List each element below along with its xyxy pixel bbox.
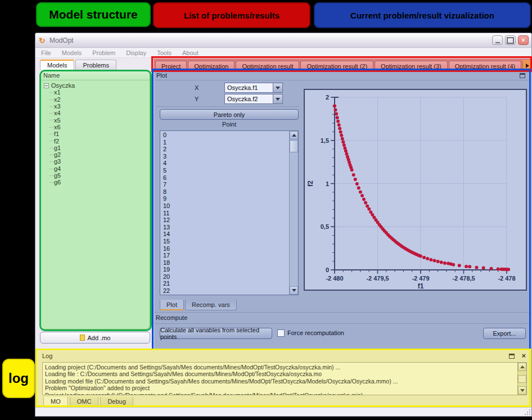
tree-item-g5[interactable]: g5 [44, 172, 150, 179]
doc-tab-optimization-result-2-[interactable]: Optimization result (2) [300, 61, 373, 72]
point-list-item[interactable]: 13 [163, 224, 288, 231]
point-list-item[interactable]: 10 [163, 202, 288, 210]
scatter-point[interactable] [490, 267, 493, 270]
menu-file[interactable]: File [41, 49, 51, 56]
scatter-point[interactable] [440, 261, 443, 264]
export-button[interactable]: Export... [483, 328, 526, 339]
doc-tab-optimization-result-3-[interactable]: Optimization result (3) [375, 61, 448, 72]
scroll-down-icon[interactable] [290, 286, 298, 295]
tab-problems[interactable]: Problems [75, 60, 116, 70]
scatter-point[interactable] [426, 257, 429, 260]
scatter-point[interactable] [345, 152, 348, 156]
scatter-point[interactable] [335, 112, 338, 116]
scatter-point[interactable] [419, 255, 422, 258]
menu-display[interactable]: Display [126, 49, 146, 56]
pareto-scatter-plot[interactable]: -2 480-2 479,5-2 479-2 478,5-2 47800,511… [304, 89, 527, 291]
tree-item-x6[interactable]: x6 [44, 124, 150, 130]
scatter-point[interactable] [343, 146, 346, 150]
scatter-point[interactable] [357, 186, 360, 189]
log-tab-debug[interactable]: Debug [100, 397, 133, 407]
scatter-point[interactable] [433, 259, 436, 263]
force-recomputation-checkbox[interactable] [277, 329, 285, 337]
tree-item-x4[interactable]: x4 [44, 110, 150, 116]
scrollbar-thumb[interactable] [518, 375, 526, 383]
scatter-point[interactable] [344, 150, 348, 153]
point-list-item[interactable]: 18 [163, 259, 288, 267]
scatter-point[interactable] [458, 264, 461, 267]
log-output[interactable]: Loading project (C:/Documents and Settin… [42, 362, 527, 395]
minimize-button[interactable] [492, 35, 503, 45]
scatter-point[interactable] [340, 134, 343, 137]
tree-item-g4[interactable]: g4 [44, 165, 150, 172]
float-dock-icon[interactable] [509, 354, 515, 359]
scatter-point[interactable] [443, 261, 447, 265]
float-dock-icon[interactable] [520, 73, 525, 78]
point-list-item[interactable]: 6 [163, 174, 288, 182]
point-list-item[interactable]: 16 [163, 245, 288, 252]
y-variable-combobox[interactable]: Osyczka.f2 [224, 94, 283, 104]
resize-grip[interactable] [525, 409, 530, 415]
scatter-point[interactable] [452, 263, 455, 267]
doc-tab-optimization[interactable]: Optimization [188, 61, 235, 72]
point-list-item[interactable]: 21 [163, 280, 288, 287]
scatter-point[interactable] [336, 116, 339, 119]
scatter-point[interactable] [341, 137, 344, 141]
scatter-point[interactable] [436, 260, 440, 263]
scatter-point[interactable] [338, 127, 341, 130]
scatter-point[interactable] [475, 266, 479, 269]
point-list[interactable]: 01234567891011121314151617181920212223 [160, 130, 299, 295]
doc-tab-optimization-result-4-[interactable]: Optimization result (4) [449, 61, 522, 72]
point-list-item[interactable]: 1 [163, 139, 288, 146]
log-tab-mo[interactable]: MO [43, 397, 68, 407]
menu-problem[interactable]: Problem [92, 49, 115, 56]
tree-item-x3[interactable]: x3 [44, 103, 150, 110]
point-list-item[interactable]: 3 [163, 153, 288, 160]
scatter-point[interactable] [497, 268, 500, 271]
tree-item-x5[interactable]: x5 [44, 116, 150, 123]
scrollbar-thumb[interactable] [290, 140, 298, 152]
point-list-item[interactable]: 0 [163, 132, 288, 139]
scatter-point[interactable] [352, 173, 355, 177]
tree-item-f2[interactable]: f2 [44, 137, 150, 144]
point-list-item[interactable]: 7 [163, 181, 288, 188]
scatter-point[interactable] [367, 207, 371, 211]
tree-item-f1[interactable]: f1 [44, 130, 150, 137]
scatter-point[interactable] [465, 265, 468, 268]
model-tree[interactable]: Name Osyczkax1x2x3x4x5x6f1f2g1g2g3g4g5g6 [40, 70, 150, 329]
menu-tools[interactable]: Tools [157, 49, 172, 56]
tree-item-root[interactable]: Osyczka [44, 82, 150, 89]
scatter-point[interactable] [341, 140, 345, 143]
doc-tab-optimization-result[interactable]: Optimization result [236, 61, 299, 72]
scatter-point[interactable] [359, 190, 362, 193]
scatter-point[interactable] [362, 197, 366, 201]
close-button[interactable]: × [518, 35, 529, 45]
scatter-point[interactable] [429, 258, 432, 261]
doc-tab-project[interactable]: Project [155, 61, 187, 72]
point-list-scrollbar[interactable] [289, 131, 298, 295]
scatter-point[interactable] [482, 267, 485, 270]
x-variable-combobox[interactable]: Osyczka.f1 [224, 83, 283, 93]
scroll-up-icon[interactable] [518, 363, 526, 371]
close-dock-icon[interactable]: × [521, 351, 526, 360]
menu-models[interactable]: Models [62, 49, 82, 56]
scatter-point[interactable] [360, 194, 364, 197]
point-list-item[interactable]: 20 [163, 273, 288, 281]
scatter-point[interactable] [339, 130, 342, 134]
point-list-item[interactable]: 22 [163, 287, 288, 295]
point-list-item[interactable]: 15 [163, 238, 288, 245]
point-list-item[interactable]: 14 [163, 231, 288, 238]
tree-item-g1[interactable]: g1 [44, 144, 150, 151]
chevron-down-icon[interactable] [273, 94, 282, 103]
point-list-item[interactable]: 17 [163, 252, 288, 259]
add-mo-button[interactable]: Add .mo [40, 332, 150, 344]
point-list-item[interactable]: 2 [163, 146, 288, 153]
scatter-point[interactable] [334, 109, 337, 112]
tree-item-x2[interactable]: x2 [44, 96, 150, 103]
scatter-point[interactable] [507, 268, 510, 271]
tree-item-x1[interactable]: x1 [44, 89, 150, 96]
title-bar[interactable]: ↻ ModOpt × [35, 33, 531, 48]
scatter-point[interactable] [468, 265, 471, 268]
point-list-item[interactable]: 5 [163, 167, 288, 174]
scatter-point[interactable] [366, 204, 369, 207]
tab-models[interactable]: Models [40, 60, 74, 70]
